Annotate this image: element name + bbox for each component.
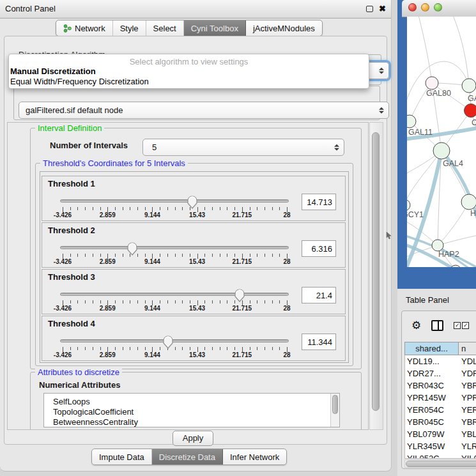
- list-scrollbar[interactable]: [330, 394, 339, 427]
- slider-tick: [175, 300, 176, 303]
- slider-track[interactable]: [60, 339, 289, 342]
- slider-tick-label: 2.859: [100, 211, 116, 219]
- column-header-shared[interactable]: shared...: [404, 342, 459, 355]
- slider-tick-label: 28: [283, 211, 290, 219]
- interval-definition-group: Interval Definition Number of Intervals …: [30, 128, 362, 369]
- threshold-label: Threshold 4: [48, 319, 95, 328]
- threshold-value-field[interactable]: 6.316: [302, 240, 336, 257]
- tab-style[interactable]: Style: [113, 20, 146, 36]
- slider-thumb[interactable]: [234, 288, 245, 303]
- slider-tick: [93, 254, 93, 257]
- slider-tick: [167, 254, 168, 257]
- slider-track[interactable]: [60, 199, 289, 203]
- slider-tick: [137, 347, 138, 350]
- network-edge[interactable]: [441, 151, 469, 202]
- tab-label: Style: [120, 24, 139, 33]
- slider-tick: [93, 300, 93, 303]
- slider-tick: [145, 347, 146, 350]
- slider-tick: [175, 347, 176, 350]
- slider-tick: [115, 254, 116, 257]
- network-node[interactable]: [433, 142, 450, 159]
- attribute-item[interactable]: BetweennessCentrality: [44, 417, 339, 427]
- table-data-combo[interactable]: galFiltered.sif default node: [19, 102, 389, 119]
- slider-tick: [175, 207, 176, 210]
- slider-tick: [279, 347, 280, 350]
- slider-thumb[interactable]: [162, 335, 174, 350]
- network-edge[interactable]: [438, 202, 469, 245]
- threshold-value-field[interactable]: 14.713: [302, 194, 336, 210]
- threshold-value-field[interactable]: 21.4: [302, 287, 336, 303]
- zoom-light-icon[interactable]: [434, 3, 442, 12]
- slider-tick: [234, 347, 235, 350]
- table-row[interactable]: YDR27...YDR2: [405, 367, 476, 380]
- network-canvas[interactable]: GAL80GACGAL11GAL4GCY1HHAP2: [407, 17, 476, 267]
- slider-tick: [85, 300, 86, 303]
- checked-box-icon[interactable]: ✓: [462, 322, 469, 329]
- table-row[interactable]: YIL052CYIL0: [405, 452, 476, 459]
- num-intervals-label: Number of Intervals: [50, 141, 128, 150]
- dropdown-item-manual-discretization[interactable]: Manual Discretization: [9, 66, 369, 77]
- control-panel-window: Control Panel ✖ Network Style Select Cyn…: [0, 0, 392, 472]
- slider-tick: [145, 207, 146, 210]
- settings-gear-icon[interactable]: ⚙: [411, 320, 421, 331]
- apply-button[interactable]: Apply: [173, 431, 213, 446]
- slider-tick: [145, 254, 146, 257]
- network-node[interactable]: [426, 77, 438, 89]
- slider-tick: [272, 347, 273, 350]
- slider-thumb[interactable]: [187, 195, 198, 210]
- minimize-light-icon[interactable]: [421, 3, 429, 12]
- num-intervals-combo[interactable]: 5: [142, 139, 344, 156]
- table-row[interactable]: YBR045CYBR0: [405, 416, 476, 428]
- table-row[interactable]: YLR345WYLR3: [405, 440, 476, 452]
- tab-cyni-toolbox[interactable]: Cyni Toolbox: [184, 20, 246, 36]
- tab-network[interactable]: Network: [56, 20, 113, 36]
- slider-tick: [265, 254, 265, 257]
- network-node[interactable]: [464, 104, 476, 118]
- tab-jactivemnodules[interactable]: jActiveMNodules: [246, 20, 322, 36]
- slider-tick: [160, 347, 160, 350]
- slider-tick: [160, 207, 160, 210]
- settings-scrollbar-thumb[interactable]: [372, 132, 380, 411]
- network-node[interactable]: [462, 79, 476, 93]
- network-edge[interactable]: [453, 17, 469, 86]
- attribute-item[interactable]: SelfLoops: [44, 397, 339, 407]
- network-node[interactable]: [407, 199, 410, 211]
- split-view-icon[interactable]: [431, 320, 443, 331]
- network-edge[interactable]: [407, 61, 469, 111]
- tab-discretize-data[interactable]: Discretize Data: [152, 449, 223, 464]
- slider-tick: [70, 347, 71, 350]
- column-header-name[interactable]: n: [458, 342, 476, 355]
- slider-tick: [137, 300, 138, 303]
- table-row[interactable]: YDL19...YDL1: [405, 355, 476, 367]
- bottom-tabstrip: Impute Data Discretize Data Infer Networ…: [91, 449, 287, 465]
- slider-track[interactable]: [60, 293, 289, 296]
- checked-box-icon[interactable]: ✓: [454, 322, 461, 329]
- list-scrollbar-thumb[interactable]: [332, 395, 338, 414]
- close-icon[interactable]: ✖: [379, 5, 386, 13]
- attributes-group: Attributes to discretize Numerical Attri…: [30, 372, 362, 430]
- table-row[interactable]: YBL079WYBL0: [405, 428, 476, 440]
- threshold-value-field[interactable]: 11.344: [302, 334, 336, 350]
- tab-label: Impute Data: [99, 452, 144, 462]
- close-light-icon[interactable]: [408, 3, 417, 12]
- slider-tick-label: 28: [283, 351, 290, 358]
- table-hscrollbar[interactable]: [404, 459, 476, 468]
- tab-infer-network[interactable]: Infer Network: [223, 449, 286, 464]
- table-row[interactable]: YER054CYER0: [405, 404, 476, 416]
- slider-track[interactable]: [60, 246, 289, 249]
- slider-tick: [272, 300, 273, 303]
- float-icon[interactable]: [366, 6, 373, 12]
- table-hscrollbar-thumb[interactable]: [406, 461, 476, 467]
- table-row[interactable]: YPR145WYPR1: [405, 392, 476, 404]
- slider-thumb[interactable]: [127, 242, 138, 257]
- dropdown-item-equal-width[interactable]: Equal Width/Frequency Discretization: [9, 77, 369, 87]
- network-node[interactable]: [461, 194, 476, 210]
- attribute-item[interactable]: TopologicalCoefficient: [44, 407, 339, 417]
- table-row[interactable]: YBR043CYBR0: [405, 380, 476, 392]
- tab-select[interactable]: Select: [146, 20, 184, 36]
- tab-impute-data[interactable]: Impute Data: [92, 449, 152, 464]
- numerical-attributes-list[interactable]: SelfLoopsTopologicalCoefficientBetweenne…: [43, 393, 340, 427]
- settings-scrollbar[interactable]: [369, 122, 383, 430]
- network-edge[interactable]: [418, 17, 432, 83]
- slider-tick: [77, 207, 78, 210]
